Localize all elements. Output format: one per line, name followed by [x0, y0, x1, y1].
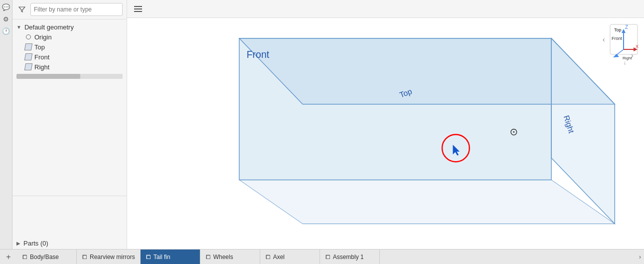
tab-label-axel: Axel [273, 254, 315, 261]
tree-item-origin[interactable]: Origin [12, 32, 127, 42]
origin-icon [24, 33, 32, 41]
svg-rect-0 [134, 6, 142, 7]
tree-root-label: Default geometry [24, 23, 74, 31]
history-icon[interactable]: 🕐 [1, 26, 11, 36]
tab-axel[interactable]: ⧠ Axel [260, 250, 320, 264]
svg-text:‹: ‹ [603, 35, 605, 43]
tab-icon-assembly-1: ⧠ [325, 254, 330, 260]
svg-marker-6 [239, 180, 615, 224]
tree-label-top: Top [34, 43, 45, 51]
tree-label-origin: Origin [34, 33, 52, 41]
svg-text:X: X [636, 44, 639, 49]
chat-icon[interactable]: 💬 [1, 2, 11, 12]
parts-section[interactable]: ▶ Parts (0) [12, 238, 127, 249]
tab-label-assembly-1: Assembly 1 [333, 254, 374, 261]
tab-body-base[interactable]: ⧠ Body/Base [17, 250, 77, 264]
search-input[interactable] [30, 3, 123, 16]
viewport-panel: Front Top Right Z [127, 0, 644, 249]
tab-tail-fin[interactable]: ⧠ Tail fin [141, 250, 200, 264]
svg-text:Front: Front [247, 49, 270, 60]
svg-text:Top: Top [614, 27, 622, 32]
tree-label-right: Right [34, 63, 49, 71]
svg-text:↓: ↓ [624, 59, 627, 65]
tab-label-wheels: Wheels [213, 254, 255, 261]
tree-root-item[interactable]: ▼ Default geometry [12, 22, 127, 32]
svg-rect-2 [134, 11, 142, 12]
tab-bar-left: + [0, 250, 17, 264]
sidebar-tree: ▼ Default geometry Origin Top Front [12, 19, 127, 196]
tabs-container: ⧠ Body/Base ⧠ Rearview mirrors ⧠ Tail fi… [17, 250, 636, 264]
parts-collapse-arrow: ▶ [16, 241, 20, 246]
svg-rect-1 [134, 8, 142, 9]
svg-text:Front: Front [612, 36, 623, 41]
collapse-arrow: ▼ [16, 24, 21, 30]
tree-item-top[interactable]: Top [12, 42, 127, 52]
settings-icon[interactable]: ⚙ [1, 14, 11, 24]
plane-icon-top [24, 43, 32, 51]
tab-wheels[interactable]: ⧠ Wheels [200, 250, 260, 264]
tab-bar: + ⧠ Body/Base ⧠ Rearview mirrors ⧠ Tail … [0, 249, 644, 264]
tab-bar-right: › [636, 250, 644, 264]
main-area: 💬 ⚙ 🕐 ▼ Default geometry Origin [0, 0, 644, 249]
tab-icon-tail-fin: ⧠ [146, 254, 151, 260]
tab-icon-wheels: ⧠ [205, 254, 211, 260]
plane-icon-right [24, 63, 32, 71]
tab-icon-rearview: ⧠ [82, 254, 87, 260]
tab-scroll-right[interactable]: › [639, 254, 641, 261]
filter-icon[interactable] [16, 4, 27, 15]
sidebar-toolbar [12, 0, 127, 19]
tree-item-front[interactable]: Front [12, 52, 127, 62]
tab-label-rearview: Rearview mirrors [90, 254, 135, 261]
icon-rail: 💬 ⚙ 🕐 [0, 0, 12, 249]
tab-icon-body-base: ⧠ [22, 254, 27, 260]
plane-icon-front [24, 53, 32, 61]
tab-assembly-1[interactable]: ⧠ Assembly 1 [320, 250, 380, 264]
svg-point-11 [513, 131, 514, 133]
viewport-toolbar [127, 0, 644, 18]
tree-label-front: Front [34, 53, 49, 61]
sidebar: ▼ Default geometry Origin Top Front [12, 0, 127, 249]
viewport: Front Top Right Z [127, 18, 644, 249]
parts-label: Parts (0) [23, 240, 48, 247]
tree-item-right[interactable]: Right [12, 62, 127, 72]
tab-rearview-mirrors[interactable]: ⧠ Rearview mirrors [77, 250, 141, 264]
add-tab-button[interactable]: + [3, 252, 14, 263]
tab-icon-axel: ⧠ [265, 254, 271, 260]
svg-text:›: › [631, 51, 634, 59]
svg-text:Z: Z [625, 24, 628, 30]
axis-indicator: Z X Front Right Top ‹ › ↓ [595, 22, 640, 67]
tab-label-body-base: Body/Base [30, 254, 71, 261]
planes-svg: Front Top Right [127, 18, 644, 249]
list-view-btn[interactable] [131, 2, 145, 15]
tab-label-tail-fin: Tail fin [154, 254, 195, 261]
